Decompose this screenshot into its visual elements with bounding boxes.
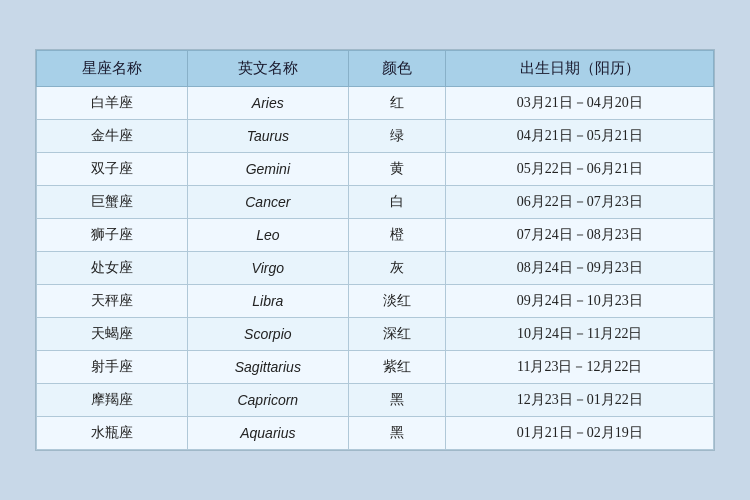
cell-chinese-name: 摩羯座	[37, 384, 188, 417]
cell-chinese-name: 天秤座	[37, 285, 188, 318]
cell-english-name: Virgo	[187, 252, 348, 285]
cell-chinese-name: 射手座	[37, 351, 188, 384]
table-row: 处女座Virgo灰08月24日－09月23日	[37, 252, 714, 285]
cell-color: 深红	[349, 318, 446, 351]
cell-birthdate: 09月24日－10月23日	[446, 285, 714, 318]
cell-chinese-name: 狮子座	[37, 219, 188, 252]
table-row: 白羊座Aries红03月21日－04月20日	[37, 87, 714, 120]
cell-birthdate: 10月24日－11月22日	[446, 318, 714, 351]
cell-english-name: Cancer	[187, 186, 348, 219]
cell-color: 淡红	[349, 285, 446, 318]
table-body: 白羊座Aries红03月21日－04月20日金牛座Taurus绿04月21日－0…	[37, 87, 714, 450]
table-row: 狮子座Leo橙07月24日－08月23日	[37, 219, 714, 252]
cell-birthdate: 08月24日－09月23日	[446, 252, 714, 285]
cell-chinese-name: 处女座	[37, 252, 188, 285]
cell-color: 绿	[349, 120, 446, 153]
cell-chinese-name: 水瓶座	[37, 417, 188, 450]
table-row: 金牛座Taurus绿04月21日－05月21日	[37, 120, 714, 153]
cell-english-name: Sagittarius	[187, 351, 348, 384]
cell-birthdate: 04月21日－05月21日	[446, 120, 714, 153]
cell-english-name: Aquarius	[187, 417, 348, 450]
cell-chinese-name: 金牛座	[37, 120, 188, 153]
cell-color: 红	[349, 87, 446, 120]
cell-chinese-name: 巨蟹座	[37, 186, 188, 219]
header-color: 颜色	[349, 51, 446, 87]
table-row: 双子座Gemini黄05月22日－06月21日	[37, 153, 714, 186]
cell-color: 灰	[349, 252, 446, 285]
header-english-name: 英文名称	[187, 51, 348, 87]
cell-birthdate: 11月23日－12月22日	[446, 351, 714, 384]
header-chinese-name: 星座名称	[37, 51, 188, 87]
table-row: 摩羯座Capricorn黑12月23日－01月22日	[37, 384, 714, 417]
cell-chinese-name: 白羊座	[37, 87, 188, 120]
cell-birthdate: 12月23日－01月22日	[446, 384, 714, 417]
cell-birthdate: 07月24日－08月23日	[446, 219, 714, 252]
table-header-row: 星座名称 英文名称 颜色 出生日期（阳历）	[37, 51, 714, 87]
table-row: 水瓶座Aquarius黑01月21日－02月19日	[37, 417, 714, 450]
zodiac-table: 星座名称 英文名称 颜色 出生日期（阳历） 白羊座Aries红03月21日－04…	[36, 50, 714, 450]
cell-english-name: Taurus	[187, 120, 348, 153]
table-row: 射手座Sagittarius紫红11月23日－12月22日	[37, 351, 714, 384]
cell-english-name: Aries	[187, 87, 348, 120]
cell-color: 黑	[349, 384, 446, 417]
cell-birthdate: 01月21日－02月19日	[446, 417, 714, 450]
header-birthdate: 出生日期（阳历）	[446, 51, 714, 87]
cell-color: 黑	[349, 417, 446, 450]
cell-color: 橙	[349, 219, 446, 252]
zodiac-table-container: 星座名称 英文名称 颜色 出生日期（阳历） 白羊座Aries红03月21日－04…	[35, 49, 715, 451]
cell-chinese-name: 双子座	[37, 153, 188, 186]
table-row: 巨蟹座Cancer白06月22日－07月23日	[37, 186, 714, 219]
cell-english-name: Libra	[187, 285, 348, 318]
cell-english-name: Scorpio	[187, 318, 348, 351]
cell-chinese-name: 天蝎座	[37, 318, 188, 351]
cell-color: 黄	[349, 153, 446, 186]
table-row: 天蝎座Scorpio深红10月24日－11月22日	[37, 318, 714, 351]
cell-english-name: Leo	[187, 219, 348, 252]
cell-color: 白	[349, 186, 446, 219]
cell-color: 紫红	[349, 351, 446, 384]
table-row: 天秤座Libra淡红09月24日－10月23日	[37, 285, 714, 318]
cell-birthdate: 06月22日－07月23日	[446, 186, 714, 219]
cell-english-name: Capricorn	[187, 384, 348, 417]
cell-english-name: Gemini	[187, 153, 348, 186]
cell-birthdate: 05月22日－06月21日	[446, 153, 714, 186]
cell-birthdate: 03月21日－04月20日	[446, 87, 714, 120]
